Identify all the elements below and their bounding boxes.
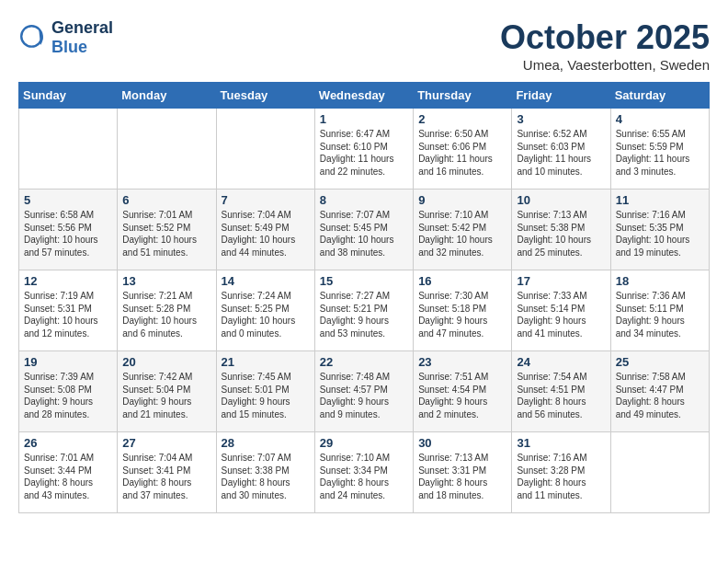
calendar-cell: 29Sunrise: 7:10 AM Sunset: 3:34 PM Dayli… [314, 432, 413, 513]
calendar-week: 26Sunrise: 7:01 AM Sunset: 3:44 PM Dayli… [19, 432, 710, 513]
weekday-header: Sunday [19, 83, 118, 109]
day-number: 4 [616, 112, 704, 126]
calendar-cell: 18Sunrise: 7:36 AM Sunset: 5:11 PM Dayli… [610, 270, 709, 351]
calendar-header: SundayMondayTuesdayWednesdayThursdayFrid… [19, 83, 710, 109]
day-number: 11 [616, 193, 704, 207]
weekday-header: Saturday [610, 83, 709, 109]
day-number: 23 [418, 355, 506, 369]
logo-icon [18, 23, 48, 52]
day-number: 7 [222, 193, 310, 207]
day-number: 16 [418, 274, 506, 288]
calendar-cell: 13Sunrise: 7:21 AM Sunset: 5:28 PM Dayli… [118, 270, 216, 351]
calendar-cell [19, 109, 118, 190]
day-info: Sunrise: 7:39 AM Sunset: 5:08 PM Dayligh… [24, 371, 112, 420]
day-number: 29 [320, 436, 408, 450]
calendar-week: 5Sunrise: 6:58 AM Sunset: 5:56 PM Daylig… [19, 190, 710, 270]
calendar-cell: 15Sunrise: 7:27 AM Sunset: 5:21 PM Dayli… [314, 270, 413, 351]
day-number: 28 [222, 436, 310, 450]
calendar-week: 19Sunrise: 7:39 AM Sunset: 5:08 PM Dayli… [19, 351, 710, 432]
logo: General Blue [18, 18, 113, 57]
day-info: Sunrise: 7:51 AM Sunset: 4:54 PM Dayligh… [418, 371, 506, 420]
calendar-cell: 19Sunrise: 7:39 AM Sunset: 5:08 PM Dayli… [19, 351, 118, 432]
logo-line1: General [51, 18, 113, 38]
calendar-cell: 30Sunrise: 7:13 AM Sunset: 3:31 PM Dayli… [414, 432, 512, 513]
day-number: 5 [24, 193, 112, 207]
calendar-cell [118, 109, 216, 190]
calendar-cell: 27Sunrise: 7:04 AM Sunset: 3:41 PM Dayli… [118, 432, 216, 513]
day-number: 13 [122, 274, 210, 288]
day-info: Sunrise: 6:47 AM Sunset: 6:10 PM Dayligh… [320, 128, 408, 178]
day-info: Sunrise: 7:13 AM Sunset: 3:31 PM Dayligh… [418, 452, 506, 501]
day-info: Sunrise: 7:36 AM Sunset: 5:11 PM Dayligh… [616, 290, 704, 339]
day-number: 3 [517, 112, 605, 126]
day-number: 30 [418, 436, 506, 450]
calendar-cell: 23Sunrise: 7:51 AM Sunset: 4:54 PM Dayli… [414, 351, 512, 432]
location: Umea, Vaesterbotten, Sweden [500, 57, 710, 73]
calendar-week: 1Sunrise: 6:47 AM Sunset: 6:10 PM Daylig… [19, 109, 710, 190]
calendar-cell: 9Sunrise: 7:10 AM Sunset: 5:42 PM Daylig… [414, 190, 512, 270]
day-info: Sunrise: 7:01 AM Sunset: 3:44 PM Dayligh… [24, 452, 112, 501]
calendar-cell: 7Sunrise: 7:04 AM Sunset: 5:49 PM Daylig… [216, 190, 314, 270]
day-info: Sunrise: 7:13 AM Sunset: 5:38 PM Dayligh… [517, 209, 605, 259]
calendar-cell: 4Sunrise: 6:55 AM Sunset: 5:59 PM Daylig… [610, 109, 709, 190]
day-info: Sunrise: 7:42 AM Sunset: 5:04 PM Dayligh… [122, 371, 210, 420]
calendar-cell: 6Sunrise: 7:01 AM Sunset: 5:52 PM Daylig… [118, 190, 216, 270]
calendar-cell: 20Sunrise: 7:42 AM Sunset: 5:04 PM Dayli… [118, 351, 216, 432]
logo-line2: Blue [51, 38, 113, 57]
calendar-cell: 12Sunrise: 7:19 AM Sunset: 5:31 PM Dayli… [19, 270, 118, 351]
calendar-cell: 5Sunrise: 6:58 AM Sunset: 5:56 PM Daylig… [19, 190, 118, 270]
calendar-cell: 8Sunrise: 7:07 AM Sunset: 5:45 PM Daylig… [314, 190, 413, 270]
day-number: 25 [616, 355, 704, 369]
day-number: 19 [24, 355, 112, 369]
day-info: Sunrise: 7:16 AM Sunset: 3:28 PM Dayligh… [517, 452, 605, 501]
calendar-cell: 16Sunrise: 7:30 AM Sunset: 5:18 PM Dayli… [414, 270, 512, 351]
day-number: 8 [320, 193, 408, 207]
svg-point-0 [21, 26, 41, 46]
calendar-cell: 28Sunrise: 7:07 AM Sunset: 3:38 PM Dayli… [216, 432, 314, 513]
day-number: 21 [222, 355, 310, 369]
day-number: 26 [24, 436, 112, 450]
day-info: Sunrise: 7:33 AM Sunset: 5:14 PM Dayligh… [517, 290, 605, 339]
calendar-cell: 17Sunrise: 7:33 AM Sunset: 5:14 PM Dayli… [512, 270, 610, 351]
calendar-cell: 10Sunrise: 7:13 AM Sunset: 5:38 PM Dayli… [512, 190, 610, 270]
calendar-cell: 26Sunrise: 7:01 AM Sunset: 3:44 PM Dayli… [19, 432, 118, 513]
page-header: General Blue October 2025 Umea, Vaesterb… [18, 18, 710, 73]
day-info: Sunrise: 6:52 AM Sunset: 6:03 PM Dayligh… [517, 128, 605, 178]
day-number: 6 [122, 193, 210, 207]
day-info: Sunrise: 6:55 AM Sunset: 5:59 PM Dayligh… [616, 128, 704, 178]
day-info: Sunrise: 7:16 AM Sunset: 5:35 PM Dayligh… [616, 209, 704, 259]
day-number: 2 [418, 112, 506, 126]
calendar-cell: 14Sunrise: 7:24 AM Sunset: 5:25 PM Dayli… [216, 270, 314, 351]
day-number: 22 [320, 355, 408, 369]
day-info: Sunrise: 7:48 AM Sunset: 4:57 PM Dayligh… [320, 371, 408, 420]
day-info: Sunrise: 7:27 AM Sunset: 5:21 PM Dayligh… [320, 290, 408, 339]
day-info: Sunrise: 7:58 AM Sunset: 4:47 PM Dayligh… [616, 371, 704, 420]
day-number: 20 [122, 355, 210, 369]
day-number: 9 [418, 193, 506, 207]
weekday-header: Friday [512, 83, 610, 109]
day-number: 12 [24, 274, 112, 288]
month-title: October 2025 [500, 18, 710, 57]
calendar-cell: 24Sunrise: 7:54 AM Sunset: 4:51 PM Dayli… [512, 351, 610, 432]
calendar-cell: 2Sunrise: 6:50 AM Sunset: 6:06 PM Daylig… [414, 109, 512, 190]
day-info: Sunrise: 6:50 AM Sunset: 6:06 PM Dayligh… [418, 128, 506, 178]
day-info: Sunrise: 6:58 AM Sunset: 5:56 PM Dayligh… [24, 209, 112, 259]
calendar-cell: 31Sunrise: 7:16 AM Sunset: 3:28 PM Dayli… [512, 432, 610, 513]
day-info: Sunrise: 7:10 AM Sunset: 5:42 PM Dayligh… [418, 209, 506, 259]
calendar-cell: 21Sunrise: 7:45 AM Sunset: 5:01 PM Dayli… [216, 351, 314, 432]
calendar-cell [610, 432, 709, 513]
weekday-header: Wednesday [314, 83, 413, 109]
weekday-header: Thursday [414, 83, 512, 109]
day-number: 14 [222, 274, 310, 288]
day-info: Sunrise: 7:19 AM Sunset: 5:31 PM Dayligh… [24, 290, 112, 339]
day-info: Sunrise: 7:30 AM Sunset: 5:18 PM Dayligh… [418, 290, 506, 339]
weekday-header: Tuesday [216, 83, 314, 109]
title-block: October 2025 Umea, Vaesterbotten, Sweden [500, 18, 710, 73]
day-number: 31 [517, 436, 605, 450]
day-number: 1 [320, 112, 408, 126]
day-info: Sunrise: 7:45 AM Sunset: 5:01 PM Dayligh… [222, 371, 310, 420]
day-info: Sunrise: 7:07 AM Sunset: 3:38 PM Dayligh… [222, 452, 310, 501]
day-number: 18 [616, 274, 704, 288]
day-info: Sunrise: 7:01 AM Sunset: 5:52 PM Dayligh… [122, 209, 210, 259]
day-number: 24 [517, 355, 605, 369]
